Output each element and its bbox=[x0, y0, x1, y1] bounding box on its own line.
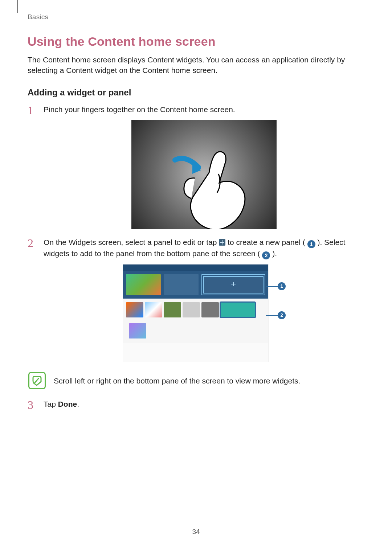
steps-list-continued: Tap Done. bbox=[28, 399, 364, 410]
callout-badge-2: 2 bbox=[278, 311, 286, 319]
note-text: Scroll left or right on the bottom pane … bbox=[54, 376, 300, 386]
steps-list: Pinch your fingers together on the Conte… bbox=[28, 104, 364, 362]
callout-leader-2 bbox=[266, 315, 278, 316]
widget-thumb-selected bbox=[220, 302, 255, 317]
step-2-text-a: On the Widgets screen, select a panel to… bbox=[44, 238, 219, 246]
widget-thumb bbox=[126, 302, 143, 317]
step-3-text-a: Tap bbox=[44, 400, 58, 408]
step-1-text: Pinch your fingers together on the Conte… bbox=[44, 105, 235, 114]
panel-thumb bbox=[126, 274, 161, 295]
step-2: On the Widgets screen, select a panel to… bbox=[28, 237, 364, 362]
pinch-gesture-illustration bbox=[131, 120, 277, 229]
intro-paragraph: The Content home screen displays Content… bbox=[28, 54, 364, 76]
widget-thumb bbox=[164, 302, 181, 317]
page-content: Using the Content home screen The Conten… bbox=[28, 34, 364, 416]
section-heading: Adding a widget or panel bbox=[28, 87, 364, 98]
breadcrumb: Basics bbox=[28, 13, 48, 21]
widget-thumb bbox=[183, 302, 200, 317]
widget-thumb bbox=[129, 323, 146, 338]
figure-pinch-gesture bbox=[44, 120, 364, 229]
panel-thumb bbox=[164, 274, 199, 295]
widgets-panel-row bbox=[123, 271, 268, 299]
plus-icon bbox=[219, 239, 225, 246]
step-2-text-b: to create a new panel ( bbox=[225, 238, 307, 246]
widgets-screen-titlebar bbox=[123, 264, 268, 271]
step-2-text-d: ). bbox=[270, 249, 277, 258]
panel-thumb-new bbox=[201, 274, 265, 295]
page-title: Using the Content home screen bbox=[28, 34, 364, 49]
figure-widgets-screen: 1 2 bbox=[44, 264, 364, 362]
callout-badge-2-inline: 2 bbox=[262, 251, 270, 259]
page-number: 34 bbox=[0, 528, 392, 536]
step-3: Tap Done. bbox=[28, 399, 364, 410]
widgets-bottom-pane bbox=[123, 299, 268, 343]
widget-thumb bbox=[201, 302, 219, 317]
callout-badge-1: 1 bbox=[278, 282, 286, 290]
step-3-text-c: . bbox=[77, 400, 79, 408]
page-margin-mark bbox=[17, 0, 18, 13]
callout-leader-1 bbox=[266, 286, 278, 287]
step-1: Pinch your fingers together on the Conte… bbox=[28, 104, 364, 229]
step-3-done: Done bbox=[58, 400, 77, 408]
note: Scroll left or right on the bottom pane … bbox=[28, 372, 364, 389]
callout-badge-1-inline: 1 bbox=[307, 240, 315, 248]
figure-callouts: 1 2 bbox=[268, 264, 285, 362]
note-icon bbox=[28, 372, 46, 389]
widget-thumb bbox=[145, 302, 162, 317]
